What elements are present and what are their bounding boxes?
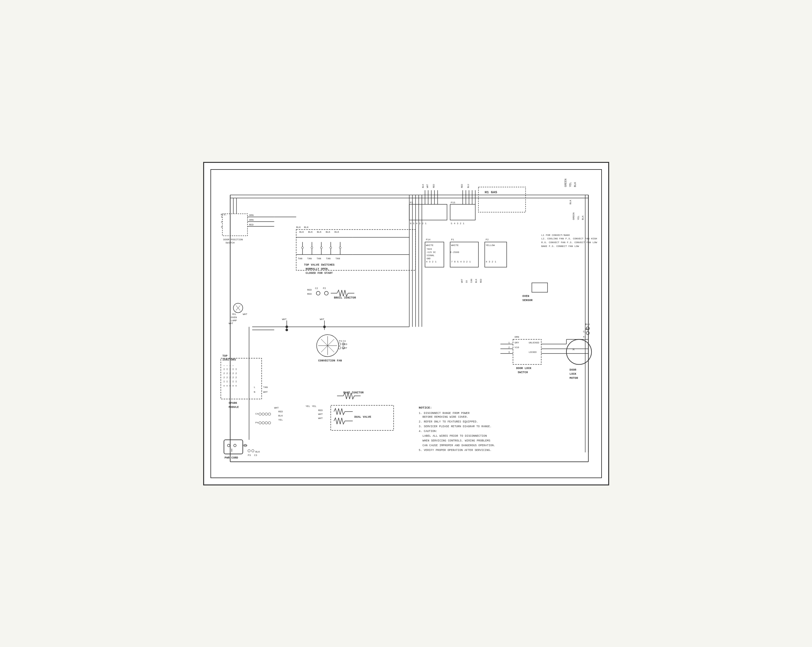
svg-text:R.G.: R.G. xyxy=(221,213,227,216)
svg-text:UNLOCKED: UNLOCKED xyxy=(528,341,539,344)
svg-text:GND: GND xyxy=(427,257,431,260)
svg-text:WHITE: WHITE xyxy=(451,244,458,247)
svg-text:GREEN: GREEN xyxy=(572,212,575,220)
svg-text:RED: RED xyxy=(307,292,312,295)
svg-text:BLK: BLK xyxy=(296,225,301,228)
svg-point-226 xyxy=(285,329,288,331)
svg-text:L: L xyxy=(253,386,255,389)
svg-text:YEL: YEL xyxy=(569,182,572,187)
svg-text:SENSOR: SENSOR xyxy=(522,299,533,302)
svg-text:RED: RED xyxy=(479,279,482,282)
diagram-inner: H1 GAS BLK GREEN YEL DOOR POSITION SWITC… xyxy=(211,169,602,478)
svg-text:1: 1 xyxy=(508,341,510,344)
svg-text:N: N xyxy=(253,390,255,393)
svg-text:NOTICE:: NOTICE: xyxy=(419,406,432,409)
svg-text:3: 3 xyxy=(221,225,222,228)
svg-text:TOP VALVE SWITCHES: TOP VALVE SWITCHES xyxy=(304,263,334,266)
svg-text:BLK: BLK xyxy=(422,184,424,188)
svg-text:MOTOR: MOTOR xyxy=(569,377,578,380)
svg-text:GREEN: GREEN xyxy=(564,178,567,187)
svg-text:TAN: TAN xyxy=(336,257,340,260)
svg-text:TAN: TAN xyxy=(326,257,331,260)
svg-point-225 xyxy=(323,326,326,328)
svg-text:PWR CORD: PWR CORD xyxy=(224,456,238,460)
svg-text:YEL: YEL xyxy=(278,419,283,421)
svg-text:RED: RED xyxy=(432,184,435,188)
svg-text:BLU: BLU xyxy=(585,323,590,326)
svg-text:TAN: TAN xyxy=(263,386,268,389)
svg-text:7 6 5 4 3 2 1: 7 6 5 4 3 2 1 xyxy=(451,260,470,263)
svg-text:WHEN SERVICING CONTROLS. WIRIN: WHEN SERVICING CONTROLS. WIRING PROBLEMS xyxy=(423,439,490,442)
svg-text:LOCK: LOCK xyxy=(569,373,576,376)
svg-text:BLK: BLK xyxy=(299,230,304,233)
svg-text:TAN: TAN xyxy=(316,257,321,260)
svg-text:BAKE IGNITOR: BAKE IGNITOR xyxy=(343,391,363,394)
svg-text:WHT: WHT xyxy=(229,322,233,325)
svg-text:TACH: TACH xyxy=(427,248,432,250)
svg-text:WHT: WHT xyxy=(320,318,324,320)
svg-text:CAN CAUSE IMPROPER AND DANGERO: CAN CAUSE IMPROPER AND DANGEROUS OPERATI… xyxy=(423,444,495,447)
svg-text:C3: C3 xyxy=(254,454,257,457)
svg-text:WHT: WHT xyxy=(243,312,247,315)
svg-text:BLK: BLK xyxy=(581,215,584,220)
svg-text:BLK: BLK xyxy=(569,199,571,204)
svg-text:C2: C2 xyxy=(315,287,318,290)
svg-text:P2: P2 xyxy=(410,201,413,204)
svg-text:RED: RED xyxy=(249,223,254,226)
svg-text:BLK: BLK xyxy=(475,279,477,283)
svg-rect-0 xyxy=(211,170,601,478)
svg-point-224 xyxy=(285,326,288,328)
svg-text:DOOR POSITION: DOOR POSITION xyxy=(223,238,243,241)
svg-text:1. DISCONNECT RANGE FROM POWER: 1. DISCONNECT RANGE FROM POWER xyxy=(419,412,470,415)
svg-text:TAN: TAN xyxy=(298,257,302,260)
svg-text:WHT: WHT xyxy=(274,406,279,409)
svg-text:CAN: CAN xyxy=(470,279,473,283)
svg-text:OX: OX xyxy=(466,280,468,283)
svg-text:ORN: ORN xyxy=(249,218,254,221)
svg-text:L2. COOLING FAN F.S. CONVECT F: L2. COOLING FAN F.S. CONVECT FAN HIGH xyxy=(541,237,597,240)
svg-text:BLK: BLK xyxy=(255,450,260,453)
svg-text:YEL: YEL xyxy=(577,215,579,220)
svg-text:BLK: BLK xyxy=(326,230,330,233)
svg-text:ORN: ORN xyxy=(249,213,254,216)
svg-text:P15: P15 xyxy=(450,201,455,204)
svg-text:ORN: ORN xyxy=(514,335,519,338)
svg-text:IGNITORS: IGNITORS xyxy=(222,358,236,361)
svg-text:WHT: WHT xyxy=(461,279,463,283)
svg-text:LOCKED: LOCKED xyxy=(528,351,536,353)
svg-text:P4: P4 xyxy=(255,421,258,424)
svg-text:P3: P3 xyxy=(339,339,342,343)
svg-text:YEL: YEL xyxy=(312,405,316,407)
svg-text:P2: P2 xyxy=(323,287,326,290)
svg-text:CONVECTION FAN: CONVECTION FAN xyxy=(318,359,342,362)
svg-text:BLK: BLK xyxy=(573,181,577,187)
svg-text:— — — —: — — — — xyxy=(223,364,234,367)
svg-text:LABEL ALL WIRES PRIOR TO DISCO: LABEL ALL WIRES PRIOR TO DISCONNECTION xyxy=(423,434,487,437)
svg-text:WHITE: WHITE xyxy=(426,244,433,247)
svg-text:L1 FOR CONVECT/BAKE: L1 FOR CONVECT/BAKE xyxy=(541,233,570,236)
svg-text:BLK: BLK xyxy=(334,230,339,233)
svg-text:DOOR: DOOR xyxy=(569,368,576,371)
svg-text:WHT: WHT xyxy=(318,417,323,420)
svg-text:2. REFER ONLY TO FEATURES EQUI: 2. REFER ONLY TO FEATURES EQUIPPED. xyxy=(419,420,478,423)
svg-text:5 4 3 2 1: 5 4 3 2 1 xyxy=(450,222,464,225)
svg-text:OVEN: OVEN xyxy=(522,295,529,298)
svg-text:4 3 2 1: 4 3 2 1 xyxy=(426,260,437,263)
svg-text:4 3 2 1: 4 3 2 1 xyxy=(485,260,496,263)
svg-text:CLOSED FOR START: CLOSED FOR START xyxy=(305,271,333,274)
svg-text:P3: P3 xyxy=(248,454,251,457)
svg-text:R.G. CONVECT FAN F.S. CONVECT : R.G. CONVECT FAN F.S. CONVECT FAN LOW xyxy=(541,241,597,244)
svg-text:SIGNAL: SIGNAL xyxy=(427,254,435,257)
svg-text:+12V DC: +12V DC xyxy=(427,251,436,254)
svg-text:BROIL IGNITOR: BROIL IGNITOR xyxy=(334,296,356,300)
svg-text:BLK: BLK xyxy=(304,225,308,228)
svg-text:OVEN: OVEN xyxy=(231,315,237,318)
svg-text:BLU: BLU xyxy=(467,184,470,188)
svg-text:YEL: YEL xyxy=(305,405,310,407)
svg-text:BAKE F.S. CONNECT FAN LOW: BAKE F.S. CONNECT FAN LOW xyxy=(541,245,579,248)
svg-text:RED: RED xyxy=(278,410,283,413)
svg-text:P14: P14 xyxy=(426,238,431,241)
svg-text:5. VERIFY PROPER OPERATION AFT: 5. VERIFY PROPER OPERATION AFTER SERVICI… xyxy=(419,448,491,452)
svg-text:WHT: WHT xyxy=(318,413,323,416)
svg-text:2: 2 xyxy=(508,346,510,349)
